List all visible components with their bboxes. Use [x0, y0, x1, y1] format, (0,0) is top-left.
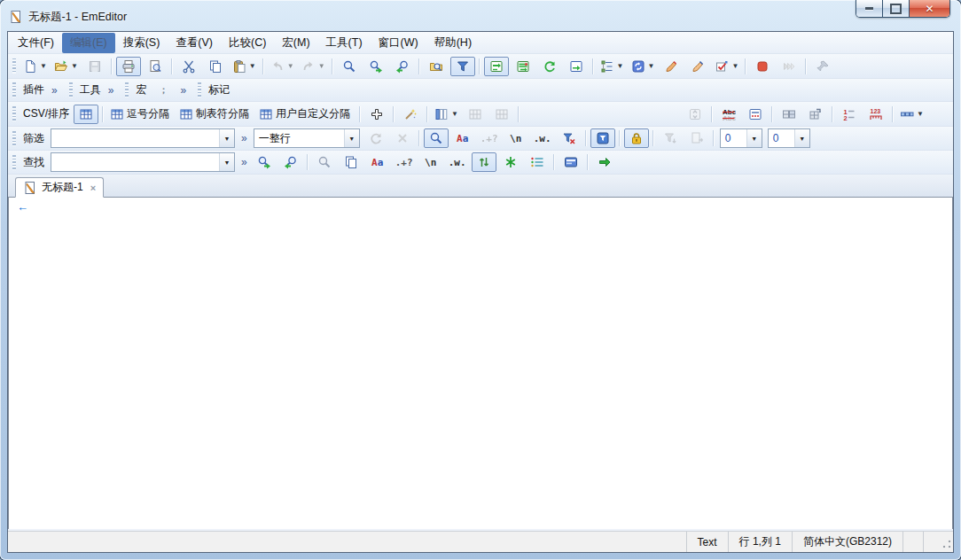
print-button[interactable] — [116, 57, 141, 76]
toolbar-grip[interactable] — [69, 82, 73, 97]
toolbar-overflow-chevron[interactable]: » — [238, 156, 251, 168]
wrap-by-window-button[interactable] — [537, 57, 562, 76]
find-match-case-button[interactable]: Aa — [365, 152, 390, 172]
toolbar-grip[interactable] — [198, 82, 201, 97]
copy-button[interactable] — [203, 57, 228, 76]
find-whole-word-button[interactable]: .w. — [445, 152, 470, 172]
pin-button[interactable] — [810, 57, 835, 76]
filter-toolbar-options-button[interactable] — [590, 128, 615, 148]
delete-duplicate-lines-button[interactable]: AbcAbc — [716, 105, 741, 124]
find-next-button[interactable] — [363, 57, 388, 76]
clear-filter-button[interactable] — [390, 128, 415, 148]
status-encoding[interactable]: 简体中文(GB2312) — [792, 532, 902, 552]
lock-filter-button[interactable] — [624, 128, 649, 148]
toolbar-grip[interactable] — [125, 82, 129, 97]
cut-button[interactable] — [176, 57, 201, 76]
convert-csv-button[interactable] — [398, 105, 423, 124]
filter-regex-button[interactable]: .+? — [477, 128, 502, 148]
find-previous-button[interactable] — [390, 57, 415, 76]
toolbar-overflow-chevron[interactable]: » — [105, 84, 118, 97]
apply-filter-button[interactable] — [424, 128, 449, 148]
search-direction-button[interactable] — [472, 152, 496, 172]
titlebar[interactable]: 无标题-1 - EmEditor — [9, 6, 828, 27]
resize-grip[interactable] — [940, 532, 953, 552]
duplicate-options-button[interactable] — [743, 105, 768, 124]
menu-item-8[interactable]: 帮助(H) — [426, 33, 480, 53]
find-button[interactable] — [337, 57, 362, 76]
menu-item-6[interactable]: 工具(T) — [318, 33, 371, 53]
comma-separated-button[interactable]: 逗号分隔 — [107, 105, 175, 124]
select-column-button[interactable]: ▼ — [432, 105, 461, 124]
menu-item-3[interactable]: 查看(V) — [168, 33, 221, 53]
remove-filter-button[interactable] — [557, 128, 582, 148]
menu-item-1[interactable]: 编辑(E) — [62, 33, 115, 53]
find-previous-toolbar-button[interactable] — [278, 152, 303, 172]
wrap-by-page-button[interactable] — [564, 57, 589, 76]
macro-options-button[interactable]: ▼ — [712, 57, 741, 76]
toolbar-grip[interactable] — [12, 106, 16, 121]
toolbar-grip[interactable] — [12, 82, 16, 97]
menu-item-2[interactable]: 搜索(S) — [115, 33, 168, 53]
outline-button[interactable]: ▼ — [598, 57, 627, 76]
print-preview-button[interactable] — [143, 57, 168, 76]
editor-area[interactable]: ← — [8, 198, 953, 529]
new-file-button[interactable]: ▼ — [20, 57, 50, 76]
undo-button[interactable]: ▼ — [268, 57, 297, 76]
menu-item-5[interactable]: 宏(M) — [274, 33, 317, 53]
jump-to-match-button[interactable] — [592, 152, 617, 172]
find-dialog-button[interactable] — [312, 152, 337, 172]
heading-columns-button[interactable]: ▼ — [897, 105, 926, 124]
sort-longer-lines-button[interactable] — [656, 105, 681, 124]
toolbar-grip[interactable] — [12, 155, 16, 170]
menu-item-7[interactable]: 窗口(W) — [371, 33, 426, 53]
manage-columns-button[interactable] — [777, 105, 801, 124]
insert-column-button[interactable] — [489, 105, 514, 124]
filter-input[interactable]: ▼ — [51, 128, 235, 148]
lines-above-select[interactable]: 0▼ — [720, 128, 762, 148]
bookmark-all-button[interactable] — [525, 152, 550, 172]
find-next-toolbar-button[interactable] — [252, 152, 277, 172]
reverse-order-button[interactable] — [683, 105, 707, 124]
menu-item-0[interactable]: 文件(F) — [10, 33, 62, 53]
sort-numbers-ascending-button[interactable] — [576, 105, 601, 124]
toolbar-grip[interactable] — [12, 58, 16, 74]
save-button[interactable] — [82, 57, 107, 76]
no-wrap-button[interactable] — [484, 57, 509, 76]
tab-untitled-1[interactable]: 无标题-1 × — [15, 177, 104, 198]
paste-button[interactable]: ▼ — [230, 57, 259, 76]
toolbar-overflow-chevron[interactable]: » — [48, 84, 61, 97]
lines-below-select[interactable]: 0▼ — [768, 128, 810, 148]
play-all-macros-button[interactable] — [777, 57, 801, 76]
stop-macro-button[interactable] — [750, 57, 775, 76]
menu-item-4[interactable]: 比较(C) — [221, 33, 274, 53]
filter-toggle-button[interactable] — [450, 57, 475, 76]
find-escape-sequence-button[interactable]: \n — [418, 152, 443, 172]
toolbar-overflow-chevron[interactable]: » — [176, 84, 190, 97]
close-button[interactable]: ✕ — [910, 0, 949, 17]
redo-button[interactable]: ▼ — [299, 57, 328, 76]
delete-column-button[interactable] — [463, 105, 488, 124]
find-in-files-button[interactable] — [424, 57, 449, 76]
maximize-button[interactable] — [883, 0, 910, 17]
user-defined-separator-button[interactable]: 用户自定义分隔 — [256, 105, 355, 124]
filter-mode-select[interactable]: 一整行▼ — [254, 128, 360, 148]
add-separator-button[interactable] — [364, 105, 389, 124]
tab-separated-button[interactable]: 制表符分隔 — [176, 105, 254, 124]
filter-match-case-button[interactable]: Aa — [450, 128, 475, 148]
wrap-by-characters-button[interactable] — [511, 57, 535, 76]
csv-standard-mode-button[interactable] — [74, 105, 98, 124]
extract-lines-button[interactable] — [684, 128, 709, 148]
record-macro-button[interactable] — [659, 57, 684, 76]
toolbar-grip[interactable] — [12, 131, 16, 146]
minimize-button[interactable] — [856, 0, 883, 17]
sort-numbers-descending-button[interactable] — [603, 105, 628, 124]
tab-close-icon[interactable]: × — [90, 183, 96, 193]
highlight-all-button[interactable] — [498, 152, 523, 172]
sort-descending-button[interactable] — [550, 105, 574, 124]
find-in-view-button[interactable] — [559, 152, 583, 172]
macro-item-button[interactable]: ； — [151, 81, 176, 100]
convert-columns-button[interactable] — [803, 105, 828, 124]
refresh-filter-button[interactable] — [363, 128, 388, 148]
find-input[interactable]: ▼ — [51, 152, 235, 172]
find-regex-button[interactable]: .+? — [392, 152, 417, 172]
